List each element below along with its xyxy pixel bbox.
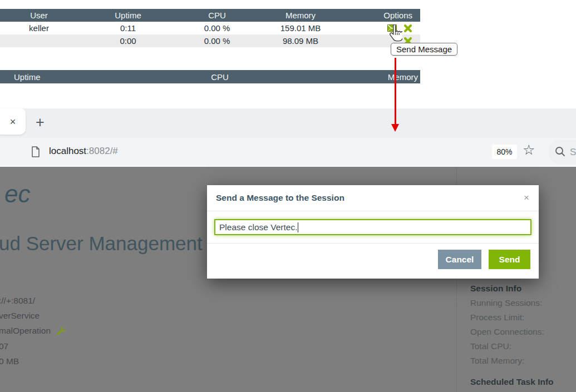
cell-options — [345, 24, 420, 32]
col-header-uptime: Uptime — [78, 11, 178, 20]
sidebar-item: Total CPU: — [470, 339, 554, 354]
table-row: keller 0:11 0.00 % 159.01 MB — [0, 22, 420, 34]
session-info-heading: Session Info — [470, 281, 554, 296]
col-header-cpu: CPU — [178, 11, 256, 20]
url-host: localhost — [49, 146, 86, 156]
address-bar[interactable]: localhost:8082/# 80% ☆ Se — [0, 138, 576, 167]
info-sidebar: Session Info Running Sessions: Process L… — [470, 281, 554, 389]
uptime-table-header: Uptime CPU Memory — [0, 70, 420, 83]
message-input-value: Please close Vertec. — [219, 222, 297, 232]
send-message-dialog: Send a Message to the Session × Please c… — [207, 185, 539, 279]
tab-close-icon[interactable]: × — [10, 117, 16, 127]
annotation-arrow-line — [395, 58, 396, 125]
table-row: 0:00 0.00 % 98.09 MB — [0, 34, 420, 47]
page-title: ud Server Management C — [0, 232, 222, 255]
session-table-header: User Uptime CPU Memory Options — [0, 9, 420, 22]
cell-cpu: 0.00 % — [178, 23, 256, 33]
tooltip-send-message: Send Message — [391, 43, 457, 56]
info-line: verService — [0, 309, 67, 324]
cell-memory: 159.01 MB — [256, 23, 345, 33]
new-tab-button[interactable]: + — [32, 115, 48, 130]
favorite-star-icon[interactable]: ☆ — [523, 142, 535, 158]
sidebar-item: Total Memory: — [470, 354, 554, 368]
col-header-uptime: Uptime — [0, 72, 139, 82]
sidebar-item: Running Sessions: — [470, 296, 554, 310]
search-placeholder-fragment: Se — [570, 147, 576, 158]
session-table: User Uptime CPU Memory Options keller 0:… — [0, 9, 420, 47]
sidebar-item: Process Limit: — [470, 310, 554, 325]
cell-uptime: 0:11 — [78, 23, 178, 33]
send-button[interactable]: Send — [489, 250, 530, 269]
page-document-icon — [31, 146, 40, 160]
browser-chrome: × + localhost:8082/# 80% ☆ — [0, 108, 576, 167]
close-session-icon[interactable] — [404, 24, 412, 32]
info-line: ://+:8081/ — [0, 294, 67, 309]
cell-cpu: 0.00 % — [178, 36, 256, 46]
col-header-memory: Memory — [256, 11, 345, 20]
info-line: malOperation — [0, 324, 67, 340]
cursor-pointer-icon — [388, 24, 402, 44]
cell-uptime: 0:00 — [78, 36, 178, 46]
cell-user: keller — [0, 23, 78, 33]
browser-tab[interactable]: × — [0, 108, 26, 135]
scheduled-task-info-heading: Scheduled Task Info — [470, 375, 554, 389]
wrench-icon — [56, 325, 67, 340]
cell-memory: 98.09 MB — [256, 36, 345, 46]
server-info-block: ://+:8081/ verService malOperation 07 0 … — [0, 294, 67, 369]
dialog-title: Send a Message to the Session — [216, 193, 344, 203]
dialog-body: Please close Vertec. — [207, 211, 539, 243]
cancel-button[interactable]: Cancel — [438, 250, 481, 269]
dialog-footer: Cancel Send — [207, 243, 539, 275]
tab-strip: × + — [0, 108, 576, 138]
annotation-arrow-head — [391, 124, 399, 132]
search-segment[interactable]: Se — [548, 140, 576, 165]
col-header-memory: Memory — [301, 72, 420, 82]
zoom-level-badge[interactable]: 80% — [492, 145, 517, 159]
info-line: 07 — [0, 339, 67, 354]
vertec-logo-fragment: ec — [4, 180, 30, 208]
dialog-close-icon[interactable]: × — [524, 192, 529, 204]
url-text[interactable]: localhost:8082/# — [49, 146, 118, 157]
text-caret — [298, 222, 298, 232]
sidebar-item: Open Connections: — [470, 325, 554, 339]
message-input[interactable]: Please close Vertec. — [214, 219, 531, 235]
info-line: 0 MB — [0, 354, 67, 369]
url-path: :8082/# — [86, 146, 118, 156]
screen: User Uptime CPU Memory Options keller 0:… — [0, 0, 576, 392]
col-header-cpu: CPU — [139, 72, 301, 82]
dialog-header: Send a Message to the Session × — [207, 185, 539, 211]
col-header-user: User — [0, 11, 78, 20]
search-icon — [555, 146, 565, 159]
col-header-options: Options — [345, 11, 420, 20]
